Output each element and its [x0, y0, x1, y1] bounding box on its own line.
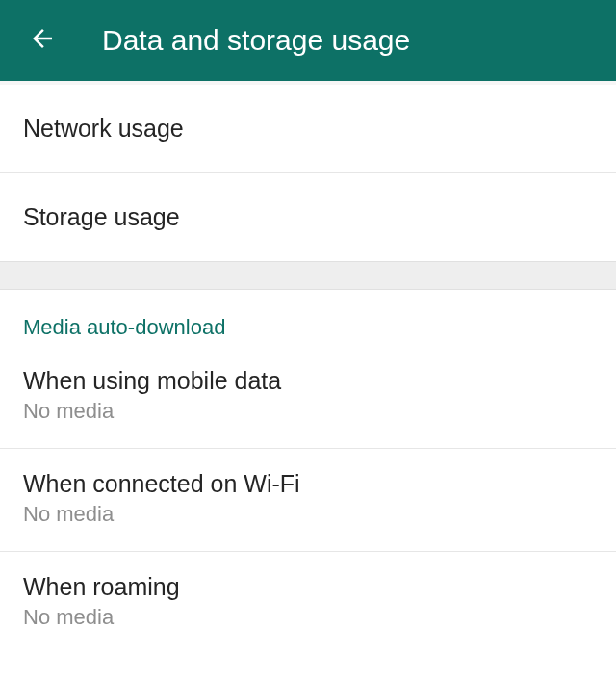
roaming-item[interactable]: When roaming No media [0, 552, 616, 654]
page-title: Data and storage usage [102, 24, 410, 57]
media-section-header: Media auto-download [0, 290, 616, 340]
mobile-data-item[interactable]: When using mobile data No media [0, 340, 616, 449]
wifi-item[interactable]: When connected on Wi-Fi No media [0, 449, 616, 552]
network-usage-item[interactable]: Network usage [0, 85, 616, 173]
back-button[interactable] [27, 25, 58, 56]
mobile-data-title: When using mobile data [23, 367, 593, 395]
mobile-data-subtitle: No media [23, 399, 593, 424]
roaming-title: When roaming [23, 573, 593, 601]
section-divider [0, 261, 616, 290]
app-bar: Data and storage usage [0, 0, 616, 81]
roaming-subtitle: No media [23, 605, 593, 630]
wifi-title: When connected on Wi-Fi [23, 470, 593, 498]
storage-usage-item[interactable]: Storage usage [0, 173, 616, 261]
arrow-left-icon [28, 24, 57, 57]
storage-usage-label: Storage usage [23, 203, 593, 231]
wifi-subtitle: No media [23, 502, 593, 527]
network-usage-label: Network usage [23, 115, 593, 143]
